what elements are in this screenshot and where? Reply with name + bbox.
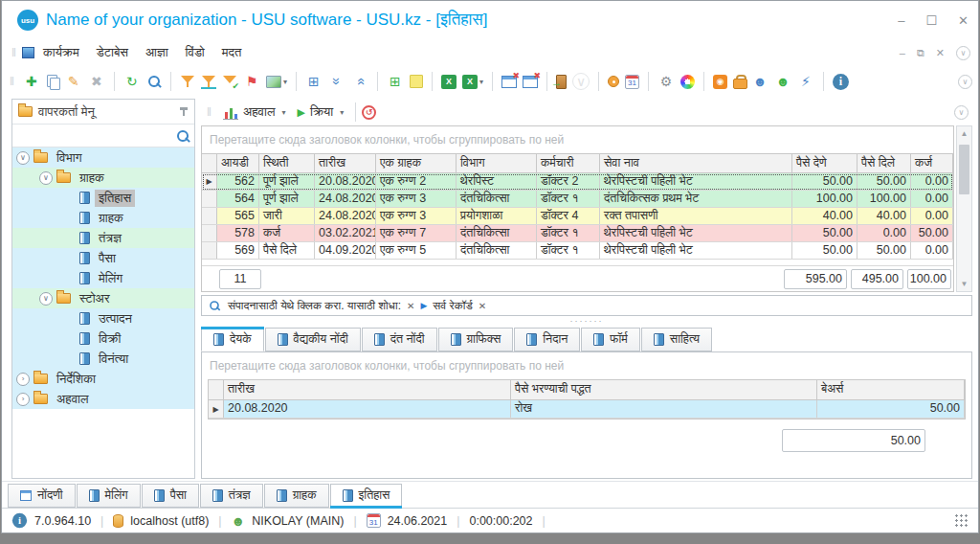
filter-icon[interactable] — [180, 74, 195, 89]
close-window-icon[interactable] — [501, 76, 517, 88]
report-button[interactable]: अहवाल ▾ — [217, 102, 292, 122]
info-icon[interactable] — [833, 74, 849, 90]
pin-icon[interactable] — [179, 106, 189, 117]
plugin-icon[interactable]: ⚡ — [797, 73, 814, 90]
table-cell[interactable]: 50.00 — [792, 225, 858, 241]
group-by-panel[interactable]: Перетащите сюда заголовок колонки, чтобы… — [202, 126, 953, 153]
menu-overflow-button[interactable]: ∨ — [956, 46, 970, 60]
undo-icon[interactable] — [362, 105, 376, 120]
table-cell[interactable]: पूर्ण झाले — [259, 191, 315, 207]
table-cell[interactable]: रक्त तपासणी — [600, 208, 792, 224]
tree-item[interactable]: ›अहवाल — [12, 389, 194, 409]
table-cell[interactable]: 0.00 — [911, 208, 953, 224]
collapse-icon[interactable]: ∨ — [16, 151, 30, 165]
table-cell[interactable]: 564 — [217, 191, 259, 207]
splitter-handle[interactable]: ······· — [201, 316, 972, 326]
filter-prompt[interactable]: संपादनासाठी येथे क्लिक करा. यासाठी शोधा: — [228, 299, 401, 312]
column-header[interactable]: सेवा नाव — [600, 154, 792, 172]
table-cell[interactable]: 100.00 — [858, 191, 911, 207]
expand-icon[interactable]: › — [16, 373, 30, 386]
table-cell[interactable]: डॉक्टर 2 — [537, 173, 600, 190]
table-cell[interactable]: 0.00 — [911, 242, 953, 259]
column-header[interactable]: कर्ज — [911, 154, 953, 172]
table-cell[interactable]: 20.08.2020 — [224, 400, 511, 418]
tree-item[interactable]: ∨विभाग — [12, 147, 194, 168]
search-icon[interactable] — [175, 128, 190, 144]
table-cell[interactable]: 50.00 — [858, 242, 911, 259]
table-cell[interactable]: 40.00 — [792, 208, 858, 224]
tab-मेलिंग[interactable]: मेलिंग — [77, 484, 141, 508]
table-cell[interactable]: 50.00 — [911, 225, 953, 241]
table-cell[interactable]: 578 — [217, 225, 259, 241]
table-cell[interactable]: 0.00 — [911, 173, 953, 190]
table-row[interactable]: 565जारी24.08.2020एक रुग्ण 3प्रयोगशाळाडॉक… — [202, 208, 953, 225]
table-cell[interactable]: एक रुग्ण 5 — [376, 242, 457, 259]
mdi-minimize-button[interactable]: – — [900, 47, 905, 58]
table-row[interactable]: 569पैसे दिले04.09.2020एक रुग्ण 5दंतचिकित… — [202, 242, 953, 260]
mdi-restore-button[interactable]: ⧉ — [917, 47, 924, 59]
menu-commands[interactable]: आज्ञा — [137, 42, 177, 63]
resize-grip[interactable] — [955, 514, 969, 528]
filter-check-icon[interactable] — [222, 74, 237, 89]
expand-all-icon[interactable]: » — [328, 73, 345, 90]
menu-help[interactable]: मदत — [213, 42, 251, 63]
column-header[interactable]: पैसे देणे — [792, 154, 858, 172]
tree-item[interactable]: ग्राहक — [12, 208, 194, 228]
table-row[interactable]: ▶20.08.2020रोख50.00 — [209, 400, 965, 419]
tab-ग्राफिक्स[interactable]: ग्राफिक्स — [438, 328, 514, 351]
column-header[interactable]: एक ग्राहक — [376, 154, 457, 172]
tree-item[interactable]: मेलिंग — [12, 268, 194, 288]
excel-import-icon[interactable] — [462, 75, 478, 89]
refresh-icon[interactable]: ↻ — [123, 73, 141, 90]
table-cell[interactable]: डॉक्टर १ — [537, 191, 600, 207]
column-header[interactable]: कर्मचारी — [537, 154, 600, 172]
action-button[interactable]: ▶ क्रिया ▾ — [292, 102, 350, 122]
image-menu-icon[interactable] — [266, 76, 281, 88]
scroll-up-arrow-icon[interactable]: ▲ — [961, 126, 969, 141]
filter-chip[interactable]: सर्व रेकॉर्ड — [433, 299, 473, 312]
detail-group-by-panel[interactable]: Перетащите сюда заголовок колонки, чтобы… — [202, 352, 971, 379]
tree-item[interactable]: विक्री — [12, 329, 194, 349]
table-cell[interactable]: 24.08.2020 — [315, 208, 376, 224]
tree-item[interactable]: ∨ग्राहक — [12, 168, 194, 188]
mdi-close-button[interactable]: ✕ — [936, 47, 945, 59]
table-cell[interactable]: 100.00 — [792, 191, 858, 207]
tab-साहित्य[interactable]: साहित्य — [641, 328, 712, 351]
tab-इतिहास[interactable]: इतिहास — [330, 484, 403, 508]
filter-edit-icon[interactable] — [201, 74, 216, 89]
column-header[interactable]: तारीख — [315, 154, 376, 172]
flag-icon[interactable]: ⚑ — [243, 73, 260, 90]
table-cell[interactable]: 24.08.2020 — [315, 191, 376, 207]
column-header[interactable]: बेअर्स — [817, 380, 965, 399]
search-icon[interactable] — [146, 74, 162, 89]
filter-chip-remove-icon[interactable]: ✕ — [479, 301, 486, 311]
tree-item[interactable]: इतिहास — [12, 188, 194, 208]
collapse-all-icon[interactable]: » — [351, 73, 368, 90]
filter-clear-icon[interactable]: ✕ — [407, 301, 414, 311]
close-all-windows-icon[interactable] — [523, 76, 538, 88]
insert-detail-icon[interactable]: ⊞ — [305, 73, 323, 90]
tab-निदान[interactable]: निदान — [514, 328, 580, 351]
sidebar-search-input[interactable] — [16, 127, 175, 145]
calendar-icon[interactable]: 31 — [625, 75, 639, 89]
table-cell[interactable]: एक रुग्ण 3 — [376, 191, 457, 207]
tree-item[interactable]: विनंत्या — [12, 349, 194, 369]
user-permission-icon[interactable]: ☻ — [751, 73, 768, 90]
add-column-icon[interactable]: ⊞ — [387, 73, 404, 90]
table-cell[interactable]: एक रुग्ण 7 — [376, 225, 457, 241]
tab-तंत्रज्ञ[interactable]: तंत्रज्ञ — [200, 484, 263, 508]
table-cell[interactable]: 03.02.2021 — [315, 225, 376, 241]
column-header[interactable]: विभाग — [457, 154, 537, 172]
scroll-down-arrow-icon[interactable]: ▼ — [961, 277, 969, 291]
excel-import-icon-dropdown[interactable]: ▾ — [479, 78, 483, 86]
grid-toolbar-overflow-button[interactable]: ∨ — [954, 105, 969, 120]
table-cell[interactable]: 04.09.2020 — [315, 242, 376, 259]
table-cell[interactable]: दंतचिकित्सक प्रथम भेट — [600, 191, 792, 207]
menu-program[interactable]: कार्यक्रम — [34, 42, 88, 63]
edit-record-icon[interactable]: ✎ — [65, 73, 82, 90]
add-record-icon[interactable]: ✚ — [23, 73, 40, 90]
table-cell[interactable]: पूर्ण झाले — [259, 173, 315, 190]
excel-export-icon[interactable] — [441, 75, 457, 89]
toolbar-overflow-button[interactable]: ∨ — [958, 75, 972, 89]
column-header[interactable]: तारीख — [224, 380, 511, 399]
